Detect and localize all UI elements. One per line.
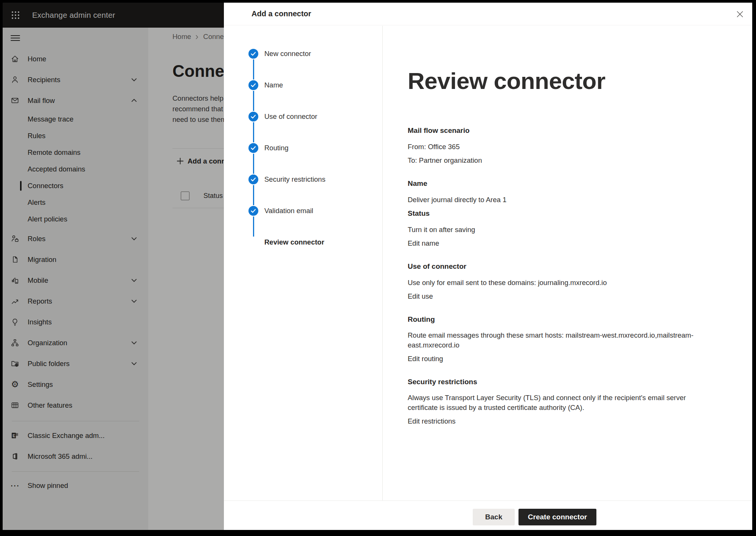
step-complete-icon [248,80,258,90]
use-value: Use only for email sent to these domains… [408,277,710,288]
scenario-from: From: Office 365 [408,142,710,152]
step-complete-icon [248,175,258,184]
step-current-icon [248,237,258,247]
app-screen: Exchange admin center Home Recipients Ma… [3,3,752,530]
step-use-of-connector[interactable]: Use of connector [224,112,382,143]
create-connector-button[interactable]: Create connector [518,509,596,525]
section-routing: Routing Route email messages through the… [408,314,710,364]
add-connector-panel: Add a connector New connector Name [224,3,752,530]
review-content: Review connector Mail flow scenario From… [383,26,752,500]
section-security-restrictions: Security restrictions Always use Transpo… [408,377,710,426]
panel-header: Add a connector [224,3,752,25]
step-validation-email[interactable]: Validation email [224,206,382,237]
wizard-stepper: New connector Name Use of connector [224,26,383,500]
routing-value: Route email messages through these smart… [408,330,710,350]
panel-footer: Back Create connector [224,500,752,530]
step-connector-line [253,154,254,174]
name-value: Deliver journal directly to Area 1 [408,195,710,205]
section-use-of-connector: Use of connector Use only for email sent… [408,261,710,301]
close-icon [737,11,743,17]
section-title: Routing [408,314,710,324]
step-connector-line [253,185,254,205]
edit-routing-link[interactable]: Edit routing [408,354,443,364]
section-name: Name Deliver journal directly to Area 1 … [408,178,710,248]
step-connector-line [253,122,254,142]
section-title: Name [408,178,710,189]
step-connector-line [253,59,254,79]
edit-name-link[interactable]: Edit name [408,238,439,248]
section-title: Security restrictions [408,377,710,387]
step-complete-icon [248,143,258,153]
edit-use-link[interactable]: Edit use [408,291,433,301]
step-new-connector[interactable]: New connector [224,49,382,80]
close-button[interactable] [736,11,743,17]
review-heading: Review connector [408,66,752,96]
step-complete-icon [248,112,258,122]
scenario-to: To: Partner organization [408,155,710,165]
section-title: Mail flow scenario [408,125,710,136]
status-value: Turn it on after saving [408,224,710,235]
back-button[interactable]: Back [473,509,515,525]
step-complete-icon [248,49,258,59]
security-value: Always use Transport Layer Security (TLS… [408,393,710,413]
section-mail-flow-scenario: Mail flow scenario From: Office 365 To: … [408,125,710,165]
step-complete-icon [248,206,258,216]
step-connector-line [253,217,254,237]
step-review-connector[interactable]: Review connector [224,237,382,269]
section-title: Use of connector [408,261,710,271]
panel-body: New connector Name Use of connector [224,26,752,500]
edit-restrictions-link[interactable]: Edit restrictions [408,416,455,426]
step-routing[interactable]: Routing [224,143,382,175]
step-name[interactable]: Name [224,80,382,112]
status-subtitle: Status [408,208,710,218]
step-connector-line [253,91,254,111]
step-security-restrictions[interactable]: Security restrictions [224,175,382,206]
panel-title: Add a connector [251,9,311,18]
